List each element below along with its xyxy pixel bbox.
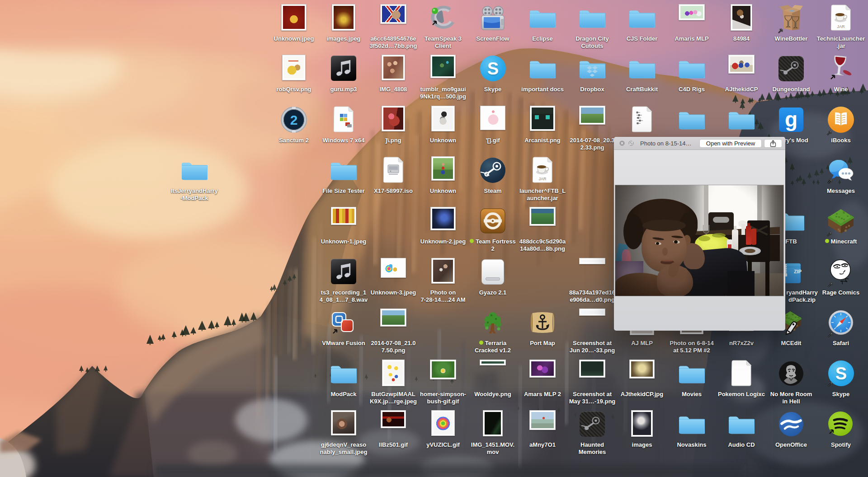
svg-text:ZIP: ZIP [794, 269, 802, 274]
svg-text:JAR: JAR [837, 24, 845, 29]
svg-text:JAR: JAR [538, 177, 547, 181]
svg-text:2: 2 [290, 112, 298, 127]
